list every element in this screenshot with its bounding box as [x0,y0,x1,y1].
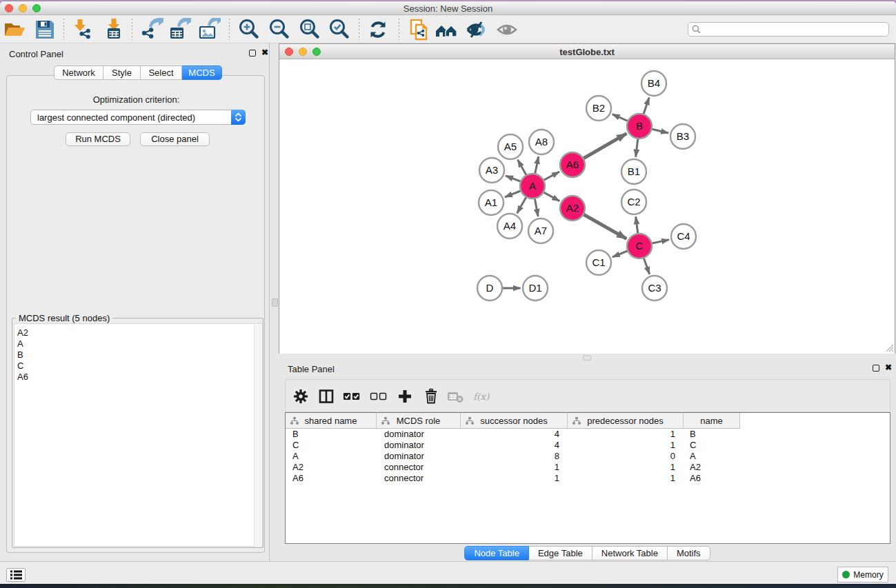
table-cell[interactable]: dominator [377,440,461,451]
graph-node-A5[interactable]: A5 [498,134,523,159]
table-cell[interactable]: A6 [684,473,740,484]
graph-node-A3[interactable]: A3 [479,158,504,183]
table-cell[interactable]: 4 [461,429,568,440]
control-tab-network[interactable]: Network [54,65,103,80]
import-network-icon[interactable] [71,17,96,42]
graph-node-A8[interactable]: A8 [529,130,554,154]
table-tab-motifs[interactable]: Motifs [668,546,710,560]
table-cell[interactable]: 8 [461,451,568,462]
open-file-icon[interactable] [2,17,27,42]
show-view-icon[interactable] [495,17,519,42]
run-mcds-button[interactable]: Run MCDS [66,132,130,146]
window-resize-grip[interactable] [884,343,894,352]
refresh-icon[interactable] [366,17,390,42]
graph-node-A7[interactable]: A7 [528,219,553,243]
import-table-icon[interactable] [101,17,126,42]
graph-node-C4[interactable]: C4 [671,224,696,249]
table-settings-icon[interactable] [292,387,310,405]
table-row[interactable]: Cdominator41C [286,440,890,451]
table-tab-node-table[interactable]: Node Table [464,546,529,560]
table-cell[interactable]: dominator [377,451,461,462]
export-image-icon[interactable] [197,17,221,42]
graph-node-C[interactable]: C [627,234,652,258]
table-cell[interactable]: A [684,451,740,462]
graph-node-A[interactable]: A [520,174,545,199]
table-cell[interactable]: connector [377,462,461,473]
task-history-button[interactable] [6,568,26,582]
zoom-in-icon[interactable] [237,17,261,42]
zoom-fit-icon[interactable] [297,17,322,42]
mcds-result-item[interactable]: C [14,361,262,372]
network-window-titlebar[interactable]: testGlobe.txt [279,44,895,59]
hide-columns-icon[interactable] [370,387,388,405]
search-input[interactable] [701,25,888,34]
column-header-predecessor-nodes[interactable]: predecessor nodes [568,413,684,429]
table-row[interactable]: Adominator80A [286,451,890,462]
graph-node-C1[interactable]: C1 [586,250,611,275]
table-cell[interactable]: 1 [568,429,684,440]
table-cell[interactable]: 1 [568,462,684,473]
save-session-icon[interactable] [32,17,57,42]
table-tab-network-table[interactable]: Network Table [593,546,668,560]
table-tab-edge-table[interactable]: Edge Table [529,546,593,560]
mcds-result-item[interactable]: A6 [14,372,262,383]
graph-node-A2[interactable]: A2 [560,196,585,221]
table-cell[interactable]: A2 [286,462,377,473]
graph-node-B[interactable]: B [627,114,652,139]
column-header-shared-name[interactable]: shared name [286,413,377,429]
graph-node-B3[interactable]: B3 [670,124,695,149]
graph-node-A1[interactable]: A1 [479,190,504,215]
horizontal-split-grabber[interactable] [583,355,591,361]
mcds-result-list[interactable]: A2ABCA6 [14,323,263,547]
control-panel-float-button[interactable] [249,50,256,57]
zoom-selected-icon[interactable] [327,17,352,42]
table-cell[interactable]: 0 [568,451,684,462]
table-cell[interactable]: B [684,429,740,440]
mcds-result-item[interactable]: A2 [14,327,262,338]
graph-node-B2[interactable]: B2 [586,96,611,121]
graph-node-A6[interactable]: A6 [560,152,585,177]
table-cell[interactable]: 1 [568,440,684,451]
table-cell[interactable]: 1 [568,473,684,484]
table-row[interactable]: Bdominator41B [286,429,890,440]
control-tab-select[interactable]: Select [141,65,182,80]
mcds-result-item[interactable]: A [14,338,262,349]
memory-indicator-button[interactable]: Memory [837,567,888,582]
table-cell[interactable]: C [684,440,740,451]
mcds-result-item[interactable]: B [14,349,262,361]
vertical-split-grabber[interactable] [272,298,278,307]
control-panel-close-button[interactable]: ✖ [261,48,269,57]
table-row[interactable]: A2connector11A2 [286,462,890,473]
table-cell[interactable]: C [286,440,377,451]
close-panel-button[interactable]: Close panel [140,132,210,146]
graph-node-D[interactable]: D [477,276,502,301]
export-table-icon[interactable] [167,17,192,42]
show-columns-icon[interactable] [343,387,361,405]
network-canvas[interactable]: A A1 A3 A5 A8 A4 A7 A6 A2 B B4 B2 B3 [279,60,895,354]
table-cell[interactable]: A6 [286,473,377,484]
table-cell[interactable]: 1 [461,462,568,473]
control-tab-style[interactable]: Style [103,65,141,80]
table-panel-close-button[interactable]: ✖ [884,363,893,372]
graph-node-B1[interactable]: B1 [621,159,646,184]
table-cell[interactable]: dominator [377,429,461,440]
table-cell[interactable]: A2 [684,462,740,473]
result-list-scrollbar[interactable] [254,325,261,547]
table-cell[interactable]: connector [377,473,461,484]
graph-node-B4[interactable]: B4 [641,71,666,96]
criterion-dropdown[interactable]: largest connected component (directed) [30,110,246,125]
column-header-name[interactable]: name [684,413,740,429]
graph-node-D1[interactable]: D1 [523,276,548,301]
table-cell[interactable]: A [286,451,377,462]
delete-row-icon[interactable] [422,387,440,405]
table-cell[interactable]: B [286,429,377,440]
graph-node-C2[interactable]: C2 [621,190,646,214]
table-cell[interactable]: 4 [461,440,568,451]
control-tab-mcds[interactable]: MCDS [182,65,222,80]
home-view-icon[interactable] [434,17,459,42]
add-row-icon[interactable] [396,387,414,405]
split-columns-icon[interactable] [317,387,335,405]
column-header-successor-nodes[interactable]: successor nodes [461,413,568,429]
table-cell[interactable]: 1 [461,473,568,484]
table-panel-float-button[interactable] [873,365,879,372]
